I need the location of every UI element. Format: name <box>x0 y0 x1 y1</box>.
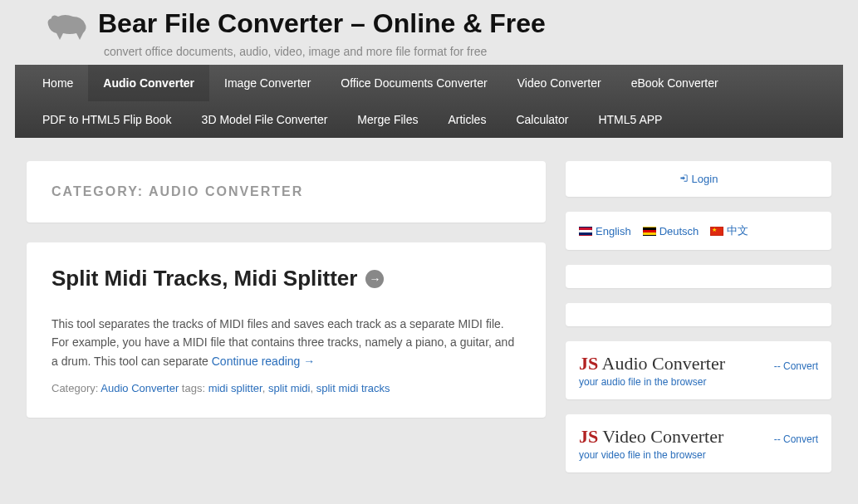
nav-item-3d-model-file-converter[interactable]: 3D Model File Converter <box>187 101 343 138</box>
category-name: AUDIO CONVERTER <box>149 184 303 198</box>
main-nav: HomeAudio ConverterImage ConverterOffice… <box>15 65 843 138</box>
js-video-rest: Video Converter <box>598 426 723 447</box>
login-link[interactable]: Login <box>579 173 818 185</box>
flag-de-icon <box>643 227 656 236</box>
category-label: CATEGORY: AUDIO CONVERTER <box>51 184 521 199</box>
svg-point-0 <box>51 16 56 21</box>
language-row: English Deutsch 中文 <box>579 223 818 238</box>
js-audio-card[interactable]: JS Audio Converter -- Convert your audio… <box>566 341 831 399</box>
lang-chinese[interactable]: 中文 <box>710 223 748 238</box>
login-card: Login <box>566 161 831 197</box>
login-text: Login <box>692 173 718 185</box>
category-header-card: CATEGORY: AUDIO CONVERTER <box>27 161 546 223</box>
meta-category-label: Category: <box>51 382 101 394</box>
nav-item-articles[interactable]: Articles <box>433 101 501 138</box>
nav-item-html5-app[interactable]: HTML5 APP <box>583 101 677 138</box>
js-audio-js: JS <box>579 353 598 374</box>
login-icon <box>679 173 689 185</box>
flag-uk-icon <box>579 227 592 236</box>
post-meta: Category: Audio Converter tags: midi spl… <box>51 382 521 394</box>
js-video-sub: your video file in the browser <box>579 449 818 461</box>
lang-chinese-label: 中文 <box>727 223 748 238</box>
nav-item-video-converter[interactable]: Video Converter <box>503 65 616 101</box>
main-wrap: CATEGORY: AUDIO CONVERTER Split Midi Tra… <box>0 138 858 496</box>
js-video-convert: -- Convert <box>774 433 818 445</box>
empty-card-2 <box>566 303 831 326</box>
nav-item-merge-files[interactable]: Merge Files <box>342 101 433 138</box>
content-column: CATEGORY: AUDIO CONVERTER Split Midi Tra… <box>27 161 546 472</box>
js-audio-row: JS Audio Converter -- Convert <box>579 353 818 374</box>
js-video-row: JS Video Converter -- Convert <box>579 426 818 448</box>
js-video-title: JS Video Converter <box>579 426 723 448</box>
meta-tags: midi splitter, split midi, split midi tr… <box>208 382 390 394</box>
flag-cn-icon <box>710 227 723 236</box>
logo-row: Bear File Converter – Online & Free <box>42 8 841 42</box>
tag-link[interactable]: midi splitter <box>208 382 262 394</box>
bear-icon <box>42 8 91 42</box>
nav-item-audio-converter[interactable]: Audio Converter <box>88 65 209 101</box>
language-card: English Deutsch 中文 <box>566 212 831 250</box>
js-audio-rest: Audio Converter <box>598 353 725 374</box>
post-card: Split Midi Tracks, Midi Splitter → This … <box>27 242 546 418</box>
post-title[interactable]: Split Midi Tracks, Midi Splitter → <box>51 266 521 291</box>
tag-link[interactable]: split midi tracks <box>316 382 390 394</box>
nav-item-calculator[interactable]: Calculator <box>501 101 583 138</box>
meta-tags-label: tags: <box>179 382 208 394</box>
sidebar: Login English Deutsch 中文 JS Audio Conver… <box>566 161 831 472</box>
js-audio-title: JS Audio Converter <box>579 353 725 374</box>
header: Bear File Converter – Online & Free conv… <box>0 0 858 58</box>
meta-category-link[interactable]: Audio Converter <box>101 382 179 394</box>
js-video-card[interactable]: JS Video Converter -- Convert your video… <box>566 414 831 472</box>
post-body: This tool separates the tracks of MIDI f… <box>51 315 521 370</box>
nav-item-ebook-converter[interactable]: eBook Converter <box>616 65 733 101</box>
lang-english[interactable]: English <box>579 225 631 237</box>
tagline: convert office documents, audio, video, … <box>104 45 841 58</box>
nav-item-office-documents-converter[interactable]: Office Documents Converter <box>326 65 502 101</box>
js-audio-convert: -- Convert <box>774 360 818 372</box>
site-title[interactable]: Bear File Converter – Online & Free <box>98 8 546 39</box>
lang-english-label: English <box>596 225 631 237</box>
js-audio-sub: your audio file in the browser <box>579 376 818 388</box>
tag-link[interactable]: split midi <box>268 382 311 394</box>
continue-reading-link[interactable]: Continue reading → <box>212 355 316 368</box>
lang-deutsch-label: Deutsch <box>659 225 699 237</box>
nav-item-image-converter[interactable]: Image Converter <box>209 65 326 101</box>
js-video-js: JS <box>579 426 598 447</box>
category-prefix: CATEGORY: <box>51 184 149 198</box>
nav-item-home[interactable]: Home <box>27 65 88 101</box>
nav-item-pdf-to-html5-flip-book[interactable]: PDF to HTML5 Flip Book <box>27 101 187 138</box>
empty-card-1 <box>566 265 831 288</box>
lang-deutsch[interactable]: Deutsch <box>643 225 699 237</box>
arrow-right-icon[interactable]: → <box>365 270 384 288</box>
post-title-text: Split Midi Tracks, Midi Splitter <box>51 266 357 291</box>
